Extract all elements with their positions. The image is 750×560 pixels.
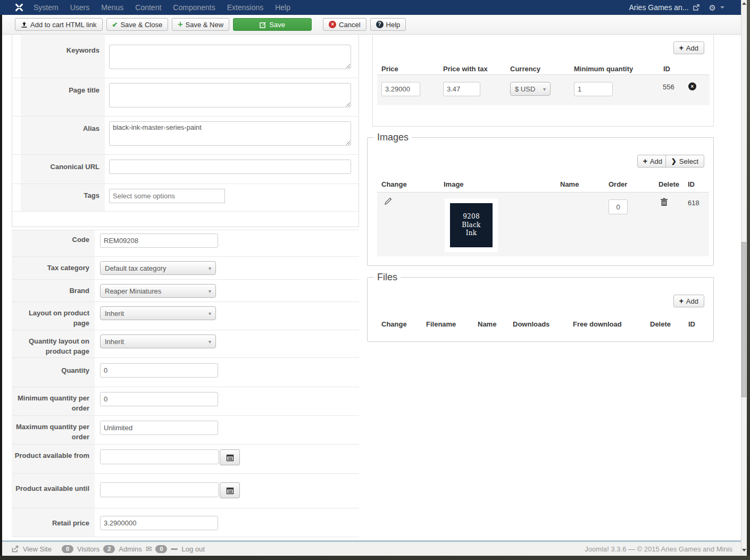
view-site-link[interactable]: View Site [23,545,52,553]
site-name-link[interactable]: Aries Games an... [629,3,689,12]
admins-count-badge: 2 [103,545,115,553]
help-button[interactable]: ? Help [370,18,406,31]
menu-item-users[interactable]: Users [64,3,96,12]
window-edge-bottom [0,556,750,560]
chevron-down-icon[interactable] [720,6,724,9]
canonical-url-input[interactable] [109,160,351,174]
form-row-layout: Layout on product page Inherit▾ [12,302,359,330]
menu-item-content[interactable]: Content [129,3,167,12]
page-title-textarea[interactable] [109,83,351,107]
code-input[interactable] [100,233,218,248]
price-with-tax-input[interactable] [443,82,480,96]
alias-textarea[interactable]: black-ink-master-series-paint [109,121,351,146]
menu-item-help[interactable]: Help [269,3,296,12]
available-from-input[interactable] [100,449,219,464]
form-row-keywords: Keywords [12,35,359,78]
image-add-button[interactable]: +Add [637,155,668,168]
price-header: Price [381,65,398,73]
price-min-quantity-input[interactable] [574,82,613,96]
scrollbar-down-button[interactable] [741,547,747,554]
quantity-input[interactable] [100,363,218,378]
check-icon: ✔ [112,21,118,29]
footer-version-copyright: Joomla! 3.3.6 — © 2015 Aries Games and M… [585,545,732,553]
form-row-page-title: Page title [12,78,359,116]
retail-price-label: Retail price [52,519,89,527]
chevron-right-icon: ❯ [671,158,677,164]
layout-select[interactable]: Inherit▾ [100,306,216,320]
files-panel: Files +Add Change Filename Name Download… [367,272,714,342]
envelope-icon[interactable]: ✉ [146,545,152,553]
add-to-cart-html-link-button[interactable]: Add to cart HTML link [15,18,103,31]
image-order-input[interactable] [609,199,628,214]
save-button[interactable]: Save [233,18,312,31]
edit-pencil-icon[interactable] [384,197,393,206]
tax-category-label: Tax category [47,264,89,272]
quantity-layout-label: Quantity layout on product page [29,337,89,355]
form-row-quantity: Quantity [12,357,359,387]
keywords-textarea[interactable] [109,45,351,69]
scrollbar-thumb[interactable] [741,242,746,397]
minimum-quantity-header: Minimum quantity [574,65,633,73]
name-header: Name [560,180,579,188]
id-header: ID [688,320,695,328]
menu-item-system[interactable]: System [28,3,64,12]
form-row-min-quantity: Minimum quantity per order [12,387,359,415]
save-and-new-button[interactable]: + Save & New [172,18,229,31]
available-from-calendar-button[interactable] [220,449,240,465]
external-link-icon[interactable] [693,4,699,11]
scrollbar-up-button[interactable] [741,0,747,7]
available-until-calendar-button[interactable] [220,482,240,498]
navbar-right: Aries Games an... ⚙ [629,0,725,15]
trash-icon[interactable] [660,198,668,206]
product-image-thumbnail[interactable]: 9208 Black Ink [445,198,498,252]
images-panel-title: Images [374,132,412,143]
status-bar: View Site 0 Visitors 2 Admins ✉ 0 Log ou… [2,542,741,556]
order-header: Order [609,180,627,188]
image-select-button[interactable]: ❯Select [665,155,704,168]
menu-item-menus[interactable]: Menus [95,3,129,12]
keywords-label: Keywords [66,46,99,54]
tax-category-select[interactable]: Default tax category▾ [100,261,216,275]
save-and-close-button[interactable]: ✔ Save & Close [106,18,169,31]
file-add-button[interactable]: +Add [673,295,704,307]
joomla-logo-icon [14,3,24,12]
layout-label: Layout on product page [29,309,89,327]
files-panel-title: Files [374,272,401,283]
menu-item-components[interactable]: Components [167,3,221,12]
available-from-label: Product available from [15,452,89,459]
messages-count-badge: 0 [155,545,167,553]
menu-item-extensions[interactable]: Extensions [221,3,269,12]
form-row-quantity-layout: Quantity layout on product page Inherit▾ [12,330,359,357]
visitors-label: Visitors [77,545,99,553]
alias-label: Alias [83,124,99,132]
tags-input[interactable] [109,189,225,203]
page-title-label: Page title [69,86,99,94]
caret-down-icon: ▾ [209,311,211,316]
price-input[interactable] [381,82,420,96]
brand-label: Brand [69,287,89,295]
available-until-label: Product available until [15,484,89,492]
gear-icon[interactable]: ⚙ [709,4,716,12]
view-site-icon[interactable] [12,546,19,553]
id-header: ID [663,65,670,73]
admins-label: Admins [119,545,141,553]
currency-select[interactable]: $ USD▾ [510,82,551,96]
product-image-art: 9208 Black Ink [450,203,493,247]
max-quantity-label: Maximum quantity per order [16,423,89,441]
available-until-input[interactable] [100,482,219,497]
tags-label: Tags [84,191,99,199]
question-icon: ? [376,21,384,28]
min-quantity-input[interactable] [100,392,218,406]
price-id: 556 [663,83,674,91]
cancel-button[interactable]: × Cancel [323,18,366,31]
plus-icon: + [643,157,647,165]
quantity-layout-select[interactable]: Inherit▾ [100,335,216,348]
retail-price-input[interactable] [100,516,218,530]
max-quantity-input[interactable] [100,421,218,435]
logout-link[interactable]: Log out [181,545,204,553]
calendar-icon [226,454,234,462]
price-delete-icon[interactable]: × [688,82,696,90]
price-add-button[interactable]: +Add [673,41,704,54]
brand-select[interactable]: Reaper Miniatures▾ [100,284,216,298]
form-row-max-quantity: Maximum quantity per order [12,415,359,444]
